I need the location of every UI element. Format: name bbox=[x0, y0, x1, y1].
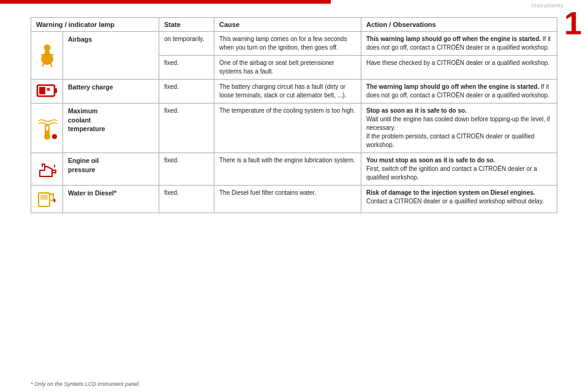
airbag-action-1: This warning lamp should go off when the… bbox=[361, 32, 557, 56]
svg-rect-9 bbox=[39, 87, 45, 94]
waterdiesel-cause: The Diesel fuel filter contains water. bbox=[214, 186, 361, 213]
table-row: Maximumcoolanttemperature fixed. The tem… bbox=[31, 104, 557, 153]
waterdiesel-state: fixed. bbox=[159, 186, 214, 213]
svg-rect-14 bbox=[46, 130, 48, 138]
footnote: * Only on the Syntetis LCD instrument pa… bbox=[31, 381, 140, 387]
main-table-container: Warning / indicator lamp State Cause Act… bbox=[31, 17, 557, 374]
airbag-state-2: fixed. bbox=[159, 56, 214, 80]
svg-point-15 bbox=[52, 134, 57, 139]
waterdiesel-icon bbox=[36, 188, 58, 210]
col-header-lamp: Warning / indicator lamp bbox=[31, 18, 159, 32]
airbag-cause-2: One of the airbag or seat belt pretensio… bbox=[214, 56, 361, 80]
airbag-icon bbox=[36, 43, 58, 68]
battery-icon bbox=[36, 83, 58, 100]
table-row: Airbags on temporarily. This warning lam… bbox=[31, 32, 557, 56]
svg-rect-18 bbox=[40, 195, 48, 200]
table-row: Battery charge fixed. The battery chargi… bbox=[31, 80, 557, 104]
airbag-action-2: Have these checked by a CITROËN dealer o… bbox=[361, 56, 557, 80]
waterdiesel-name: Water in Diesel* bbox=[63, 186, 159, 213]
svg-rect-8 bbox=[55, 88, 57, 93]
coolant-action: Stop as soon as it is safe to do so.Wait… bbox=[361, 104, 557, 153]
table-row: Engine oilpressure fixed. There is a fau… bbox=[31, 153, 557, 186]
coolant-name: Maximumcoolanttemperature bbox=[63, 104, 159, 153]
coolant-icon-cell bbox=[31, 104, 63, 153]
battery-action: The warning lamp should go off when the … bbox=[361, 80, 557, 104]
airbag-icon-cell bbox=[31, 32, 63, 80]
oilpressure-name: Engine oilpressure bbox=[63, 153, 159, 186]
battery-name: Battery charge bbox=[63, 80, 159, 104]
battery-state: fixed. bbox=[159, 80, 214, 104]
svg-rect-2 bbox=[45, 51, 50, 57]
airbag-cause-1: This warning lamp comes on for a few sec… bbox=[214, 32, 361, 56]
battery-icon-cell bbox=[31, 80, 63, 104]
oilpressure-action: You must stop as soon as it is safe to d… bbox=[361, 153, 557, 186]
oilpressure-cause: There is a fault with the engine lubrica… bbox=[214, 153, 361, 186]
section-header: Instruments bbox=[531, 0, 564, 9]
waterdiesel-action: Risk of damage to the injection system o… bbox=[361, 186, 557, 213]
airbag-state-1: on temporarily. bbox=[159, 32, 214, 56]
oilpressure-state: fixed. bbox=[159, 153, 214, 186]
col-header-action: Action / Observations bbox=[361, 18, 557, 32]
coolant-state: fixed. bbox=[159, 104, 214, 153]
warning-lamps-table: Warning / indicator lamp State Cause Act… bbox=[31, 17, 557, 213]
table-row: Water in Diesel* fixed. The Diesel fuel … bbox=[31, 186, 557, 213]
top-red-bar bbox=[0, 0, 331, 4]
airbag-name: Airbags bbox=[63, 32, 159, 80]
page-container: Instruments 1 Warning / indicator lamp S… bbox=[0, 0, 588, 392]
battery-cause: The battery charging circuit has a fault… bbox=[214, 80, 361, 104]
oilpressure-icon-cell bbox=[31, 153, 63, 186]
coolant-cause: The temperature of the cooling system is… bbox=[214, 104, 361, 153]
chapter-number: 1 bbox=[564, 7, 582, 39]
oilpressure-icon bbox=[36, 158, 58, 180]
coolant-icon bbox=[36, 115, 58, 141]
col-header-cause: Cause bbox=[214, 18, 361, 32]
waterdiesel-icon-cell bbox=[31, 186, 63, 213]
col-header-state: State bbox=[159, 18, 214, 32]
svg-point-0 bbox=[44, 45, 50, 51]
